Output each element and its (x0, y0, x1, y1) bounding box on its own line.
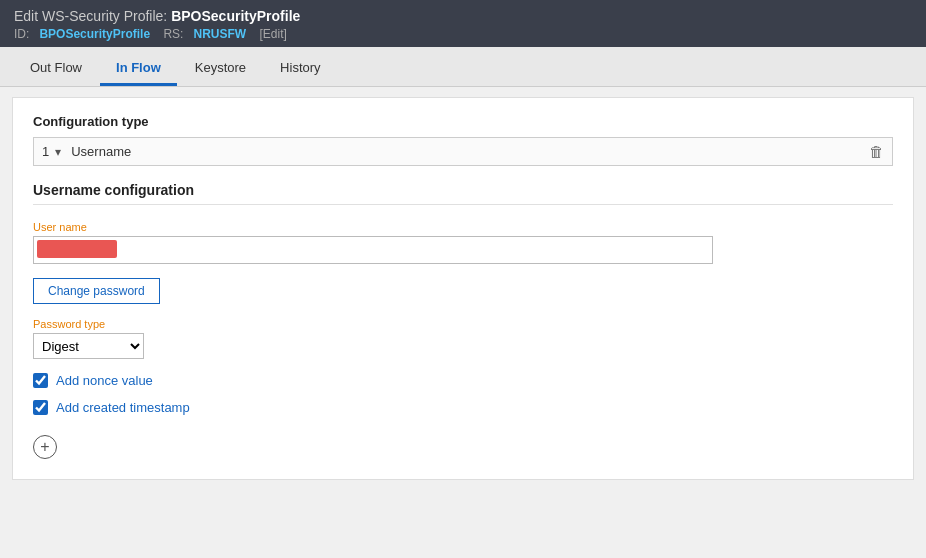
add-circle-button[interactable]: + (33, 435, 57, 459)
password-type-group: Password type Digest PasswordText None (33, 318, 893, 359)
add-timestamp-row: Add created timestamp (33, 400, 893, 415)
config-type-delete-icon[interactable]: 🗑 (869, 143, 884, 160)
user-name-group: User name (33, 221, 893, 264)
meta-id-value: BPOSecurityProfile (39, 27, 150, 41)
password-type-select[interactable]: Digest PasswordText None (33, 333, 144, 359)
header-prefix: Edit WS-Security Profile: (14, 8, 167, 24)
password-type-label: Password type (33, 318, 893, 330)
meta-rs-value: NRUSFW (193, 27, 246, 41)
tab-history[interactable]: History (264, 52, 336, 86)
user-name-input-wrapper (33, 236, 713, 264)
config-type-header: Configuration type (33, 114, 893, 129)
add-btn-area: + (33, 435, 893, 459)
username-config-title: Username configuration (33, 182, 893, 205)
tab-keystore[interactable]: Keystore (179, 52, 262, 86)
add-nonce-row: Add nonce value (33, 373, 893, 388)
header-meta: ID: BPOSecurityProfile RS: NRUSFW [Edit] (14, 27, 912, 41)
config-type-value: Username (71, 144, 869, 159)
config-type-row-number: 1 (42, 144, 49, 159)
add-nonce-label[interactable]: Add nonce value (56, 373, 153, 388)
meta-id-label: ID: (14, 27, 29, 41)
config-type-dropdown-arrow[interactable]: ▾ (55, 145, 61, 159)
header-title: Edit WS-Security Profile: BPOSecurityPro… (14, 8, 912, 24)
add-nonce-checkbox[interactable] (33, 373, 48, 388)
meta-rs-label: RS: (163, 27, 183, 41)
user-name-input[interactable] (33, 236, 713, 264)
header-profile-name: BPOSecurityProfile (171, 8, 300, 24)
tab-out-flow[interactable]: Out Flow (14, 52, 98, 86)
meta-edit-link[interactable]: [Edit] (260, 27, 287, 41)
tab-in-flow[interactable]: In Flow (100, 52, 177, 86)
change-password-button[interactable]: Change password (33, 278, 160, 304)
config-type-row: 1 ▾ Username 🗑 (33, 137, 893, 166)
user-name-label: User name (33, 221, 893, 233)
tab-bar: Out Flow In Flow Keystore History (0, 47, 926, 87)
header-bar: Edit WS-Security Profile: BPOSecurityPro… (0, 0, 926, 47)
main-content: Configuration type 1 ▾ Username 🗑 Userna… (12, 97, 914, 480)
add-timestamp-checkbox[interactable] (33, 400, 48, 415)
add-timestamp-label[interactable]: Add created timestamp (56, 400, 190, 415)
